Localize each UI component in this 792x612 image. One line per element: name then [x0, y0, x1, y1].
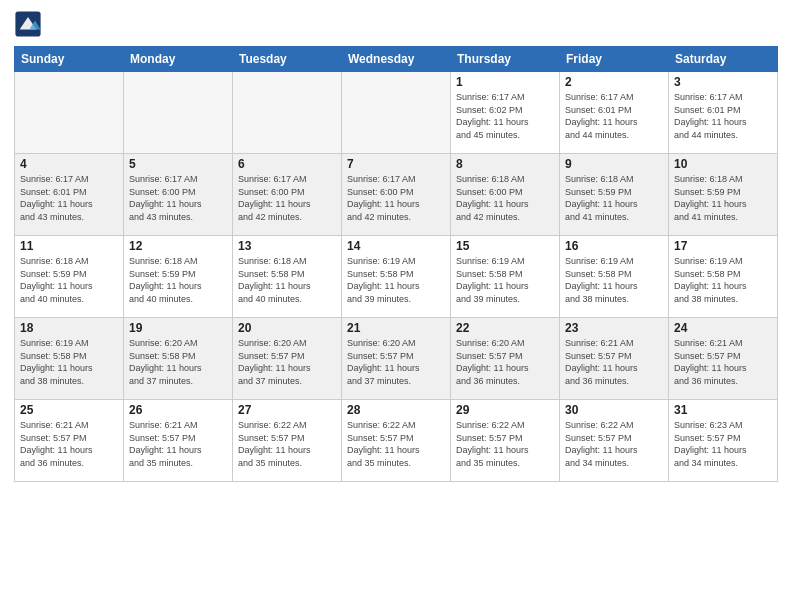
- calendar-cell: 5Sunrise: 6:17 AM Sunset: 6:00 PM Daylig…: [124, 154, 233, 236]
- calendar-cell: 27Sunrise: 6:22 AM Sunset: 5:57 PM Dayli…: [233, 400, 342, 482]
- day-info: Sunrise: 6:22 AM Sunset: 5:57 PM Dayligh…: [347, 419, 445, 469]
- weekday-header: Saturday: [669, 47, 778, 72]
- calendar-cell: 30Sunrise: 6:22 AM Sunset: 5:57 PM Dayli…: [560, 400, 669, 482]
- weekday-header: Monday: [124, 47, 233, 72]
- day-info: Sunrise: 6:18 AM Sunset: 6:00 PM Dayligh…: [456, 173, 554, 223]
- day-number: 11: [20, 239, 118, 253]
- calendar-cell: 2Sunrise: 6:17 AM Sunset: 6:01 PM Daylig…: [560, 72, 669, 154]
- day-info: Sunrise: 6:20 AM Sunset: 5:57 PM Dayligh…: [238, 337, 336, 387]
- day-info: Sunrise: 6:22 AM Sunset: 5:57 PM Dayligh…: [238, 419, 336, 469]
- day-number: 23: [565, 321, 663, 335]
- day-number: 7: [347, 157, 445, 171]
- day-number: 5: [129, 157, 227, 171]
- day-number: 16: [565, 239, 663, 253]
- day-number: 29: [456, 403, 554, 417]
- day-info: Sunrise: 6:17 AM Sunset: 6:02 PM Dayligh…: [456, 91, 554, 141]
- day-info: Sunrise: 6:18 AM Sunset: 5:58 PM Dayligh…: [238, 255, 336, 305]
- day-number: 3: [674, 75, 772, 89]
- day-number: 13: [238, 239, 336, 253]
- day-info: Sunrise: 6:17 AM Sunset: 6:00 PM Dayligh…: [129, 173, 227, 223]
- weekday-header-row: SundayMondayTuesdayWednesdayThursdayFrid…: [15, 47, 778, 72]
- day-info: Sunrise: 6:18 AM Sunset: 5:59 PM Dayligh…: [674, 173, 772, 223]
- calendar-cell: 26Sunrise: 6:21 AM Sunset: 5:57 PM Dayli…: [124, 400, 233, 482]
- day-number: 21: [347, 321, 445, 335]
- day-info: Sunrise: 6:21 AM Sunset: 5:57 PM Dayligh…: [565, 337, 663, 387]
- calendar-cell: 23Sunrise: 6:21 AM Sunset: 5:57 PM Dayli…: [560, 318, 669, 400]
- calendar-week-row: 4Sunrise: 6:17 AM Sunset: 6:01 PM Daylig…: [15, 154, 778, 236]
- calendar-cell: 18Sunrise: 6:19 AM Sunset: 5:58 PM Dayli…: [15, 318, 124, 400]
- calendar-cell: 17Sunrise: 6:19 AM Sunset: 5:58 PM Dayli…: [669, 236, 778, 318]
- day-info: Sunrise: 6:22 AM Sunset: 5:57 PM Dayligh…: [565, 419, 663, 469]
- day-info: Sunrise: 6:17 AM Sunset: 6:00 PM Dayligh…: [347, 173, 445, 223]
- weekday-header: Thursday: [451, 47, 560, 72]
- day-number: 31: [674, 403, 772, 417]
- day-info: Sunrise: 6:19 AM Sunset: 5:58 PM Dayligh…: [456, 255, 554, 305]
- calendar-cell: 28Sunrise: 6:22 AM Sunset: 5:57 PM Dayli…: [342, 400, 451, 482]
- logo: [14, 10, 44, 38]
- day-number: 28: [347, 403, 445, 417]
- weekday-header: Tuesday: [233, 47, 342, 72]
- calendar-cell: 6Sunrise: 6:17 AM Sunset: 6:00 PM Daylig…: [233, 154, 342, 236]
- day-number: 4: [20, 157, 118, 171]
- calendar-cell: 19Sunrise: 6:20 AM Sunset: 5:58 PM Dayli…: [124, 318, 233, 400]
- calendar-cell: 16Sunrise: 6:19 AM Sunset: 5:58 PM Dayli…: [560, 236, 669, 318]
- day-number: 24: [674, 321, 772, 335]
- calendar-week-row: 11Sunrise: 6:18 AM Sunset: 5:59 PM Dayli…: [15, 236, 778, 318]
- day-info: Sunrise: 6:20 AM Sunset: 5:57 PM Dayligh…: [347, 337, 445, 387]
- day-info: Sunrise: 6:21 AM Sunset: 5:57 PM Dayligh…: [20, 419, 118, 469]
- calendar-cell: 13Sunrise: 6:18 AM Sunset: 5:58 PM Dayli…: [233, 236, 342, 318]
- calendar-cell: 14Sunrise: 6:19 AM Sunset: 5:58 PM Dayli…: [342, 236, 451, 318]
- calendar-cell: [124, 72, 233, 154]
- day-info: Sunrise: 6:22 AM Sunset: 5:57 PM Dayligh…: [456, 419, 554, 469]
- day-info: Sunrise: 6:17 AM Sunset: 6:01 PM Dayligh…: [20, 173, 118, 223]
- header: [14, 10, 778, 38]
- day-number: 20: [238, 321, 336, 335]
- calendar-table: SundayMondayTuesdayWednesdayThursdayFrid…: [14, 46, 778, 482]
- calendar-cell: 20Sunrise: 6:20 AM Sunset: 5:57 PM Dayli…: [233, 318, 342, 400]
- calendar-cell: [342, 72, 451, 154]
- calendar-cell: [15, 72, 124, 154]
- day-info: Sunrise: 6:18 AM Sunset: 5:59 PM Dayligh…: [20, 255, 118, 305]
- day-number: 2: [565, 75, 663, 89]
- calendar-cell: [233, 72, 342, 154]
- weekday-header: Sunday: [15, 47, 124, 72]
- day-number: 8: [456, 157, 554, 171]
- day-number: 18: [20, 321, 118, 335]
- calendar-cell: 22Sunrise: 6:20 AM Sunset: 5:57 PM Dayli…: [451, 318, 560, 400]
- day-info: Sunrise: 6:17 AM Sunset: 6:00 PM Dayligh…: [238, 173, 336, 223]
- calendar-cell: 24Sunrise: 6:21 AM Sunset: 5:57 PM Dayli…: [669, 318, 778, 400]
- page: SundayMondayTuesdayWednesdayThursdayFrid…: [0, 0, 792, 612]
- day-info: Sunrise: 6:17 AM Sunset: 6:01 PM Dayligh…: [565, 91, 663, 141]
- day-number: 27: [238, 403, 336, 417]
- day-info: Sunrise: 6:19 AM Sunset: 5:58 PM Dayligh…: [674, 255, 772, 305]
- day-info: Sunrise: 6:19 AM Sunset: 5:58 PM Dayligh…: [347, 255, 445, 305]
- day-number: 9: [565, 157, 663, 171]
- calendar-cell: 8Sunrise: 6:18 AM Sunset: 6:00 PM Daylig…: [451, 154, 560, 236]
- day-number: 15: [456, 239, 554, 253]
- calendar-cell: 7Sunrise: 6:17 AM Sunset: 6:00 PM Daylig…: [342, 154, 451, 236]
- day-number: 6: [238, 157, 336, 171]
- calendar-cell: 25Sunrise: 6:21 AM Sunset: 5:57 PM Dayli…: [15, 400, 124, 482]
- calendar-cell: 21Sunrise: 6:20 AM Sunset: 5:57 PM Dayli…: [342, 318, 451, 400]
- day-info: Sunrise: 6:23 AM Sunset: 5:57 PM Dayligh…: [674, 419, 772, 469]
- calendar-week-row: 1Sunrise: 6:17 AM Sunset: 6:02 PM Daylig…: [15, 72, 778, 154]
- day-number: 26: [129, 403, 227, 417]
- day-info: Sunrise: 6:18 AM Sunset: 5:59 PM Dayligh…: [129, 255, 227, 305]
- calendar-week-row: 25Sunrise: 6:21 AM Sunset: 5:57 PM Dayli…: [15, 400, 778, 482]
- day-number: 10: [674, 157, 772, 171]
- calendar-cell: 12Sunrise: 6:18 AM Sunset: 5:59 PM Dayli…: [124, 236, 233, 318]
- calendar-cell: 9Sunrise: 6:18 AM Sunset: 5:59 PM Daylig…: [560, 154, 669, 236]
- weekday-header: Wednesday: [342, 47, 451, 72]
- calendar-cell: 4Sunrise: 6:17 AM Sunset: 6:01 PM Daylig…: [15, 154, 124, 236]
- calendar-cell: 29Sunrise: 6:22 AM Sunset: 5:57 PM Dayli…: [451, 400, 560, 482]
- day-info: Sunrise: 6:19 AM Sunset: 5:58 PM Dayligh…: [20, 337, 118, 387]
- day-number: 19: [129, 321, 227, 335]
- weekday-header: Friday: [560, 47, 669, 72]
- day-info: Sunrise: 6:19 AM Sunset: 5:58 PM Dayligh…: [565, 255, 663, 305]
- day-number: 12: [129, 239, 227, 253]
- day-number: 1: [456, 75, 554, 89]
- day-number: 25: [20, 403, 118, 417]
- calendar-cell: 11Sunrise: 6:18 AM Sunset: 5:59 PM Dayli…: [15, 236, 124, 318]
- day-number: 30: [565, 403, 663, 417]
- day-info: Sunrise: 6:20 AM Sunset: 5:57 PM Dayligh…: [456, 337, 554, 387]
